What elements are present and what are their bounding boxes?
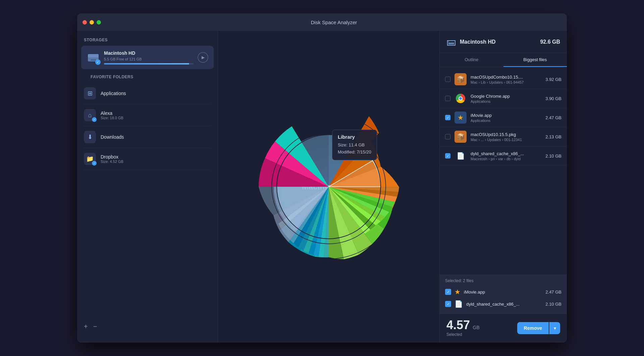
maximize-button[interactable] (97, 20, 101, 25)
favorites-section: Favorite Folders ⊞ Applications ⌂ ✓ (77, 75, 218, 170)
remove-dropdown-button[interactable]: ▾ (549, 322, 560, 334)
file-details-4: macOSUpd10.15.5.pkg Mac › ... › Updates … (471, 132, 541, 142)
remove-folder-button[interactable]: − (93, 323, 97, 330)
file-name-4: macOSUpd10.15.5.pkg (471, 132, 541, 137)
total-gb: 4.57 (446, 318, 470, 332)
alexa-name: Alexa (101, 110, 211, 116)
sidebar-item-downloads[interactable]: ⬇ Downloads (84, 126, 211, 148)
alexa-check: ✓ (92, 117, 97, 122)
tab-biggest-files[interactable]: Biggest files (503, 53, 567, 67)
total-label: Selected (446, 332, 462, 337)
tab-outline[interactable]: Outline (440, 53, 503, 67)
storage-name: Macintosh HD (104, 50, 194, 56)
file-icon-pkg-1: 📦 (454, 73, 467, 85)
file-size-5: 2.10 GB (545, 153, 561, 159)
file-icon-star: ★ (454, 112, 467, 124)
right-panel-drive-name: Macintosh HD (460, 39, 496, 45)
file-checkbox-5[interactable] (445, 153, 450, 159)
bottom-bar: 4.57 GB Selected Remove ▾ (440, 313, 567, 343)
sel-name-2: dyld_shared_cache_x86_... (466, 302, 542, 307)
drive-icon: ✓ (87, 51, 100, 64)
file-name-1: macOSUpdCombo10.15.... (471, 75, 541, 80)
file-path-5: Macintosh › pri › var › db › dyld (471, 157, 541, 161)
sel-size-1: 2.47 GB (545, 290, 561, 295)
file-details-2: Google Chrome.app Applications (471, 94, 541, 103)
close-button[interactable] (83, 20, 87, 25)
remove-button[interactable]: Remove (517, 322, 549, 334)
file-size-3: 2.47 GB (545, 115, 561, 120)
file-details-1: macOSUpdCombo10.15.... Mac › Lib › Updat… (471, 75, 541, 84)
file-path-1: Mac › Lib › Updates › 061-94457 (471, 80, 541, 84)
file-item-dyld[interactable]: 📄 dyld_shared_cache_x86_... Macintosh › … (440, 146, 567, 166)
title-bar: Disk Space Analyzer (77, 13, 567, 31)
file-path-3: Applications (471, 119, 541, 123)
file-checkbox-1[interactable] (445, 77, 450, 82)
file-details-3: iMovie.app Applications (471, 113, 541, 123)
alexa-info: Alexa Size: 18.0 GB (101, 110, 211, 120)
tooltip-modified: Modified: 7/15/20 (338, 149, 371, 156)
tooltip: Library Size: 11.4 GB Modified: 7/15/20 (332, 130, 377, 160)
right-panel-header: 🖴 Macintosh HD 92.6 GB (440, 31, 567, 53)
downloads-info: Downloads (101, 134, 211, 140)
chart-container: Macintosh HD (231, 89, 426, 284)
storage-progress-fill (104, 63, 189, 64)
main-content: Storages ✓ Macintosh HD 5.5 GB Free of 1… (77, 31, 567, 343)
traffic-lights (83, 20, 101, 25)
selected-item-dyld[interactable]: ✓ 📄 dyld_shared_cache_x86_... 2.10 GB (445, 298, 561, 310)
sunburst-chart[interactable]: Macintosh HD (231, 89, 426, 284)
file-checkbox-3[interactable] (445, 115, 450, 120)
tooltip-size: Size: 11.4 GB (338, 142, 371, 149)
file-checkbox-4[interactable] (445, 134, 450, 139)
dropbox-info: Dropbox Size: 4.52 GB (101, 154, 211, 164)
file-size-4: 2.13 GB (545, 134, 561, 139)
sel-icon-star: ★ (454, 288, 461, 296)
scan-button[interactable]: ▶ (198, 52, 208, 63)
total-unit: GB (473, 325, 480, 330)
add-folder-button[interactable]: + (84, 323, 88, 330)
tooltip-title: Library (338, 134, 371, 140)
file-name-5: dyld_shared_cache_x86_... (471, 151, 541, 156)
selected-item-imovie[interactable]: ✓ ★ iMovie.app 2.47 GB (445, 286, 561, 298)
file-checkbox-2[interactable] (445, 96, 450, 101)
right-panel-drive-icon: 🖴 (446, 36, 456, 47)
file-icon-doc: 📄 (454, 150, 467, 162)
file-item-imovie[interactable]: ★ iMovie.app Applications 2.47 GB (440, 108, 567, 127)
sel-checkbox-1[interactable]: ✓ (445, 289, 451, 295)
right-panel-info: Macintosh HD (460, 39, 536, 45)
storages-label: Storages (77, 38, 218, 42)
storage-free: 5.5 GB Free of 121 GB (104, 57, 194, 61)
sidebar-item-alexa[interactable]: ⌂ ✓ Alexa Size: 18.0 GB (84, 104, 211, 126)
alexa-icon: ⌂ ✓ (84, 109, 96, 121)
sel-checkbox-2[interactable]: ✓ (445, 301, 451, 307)
sidebar-item-dropbox[interactable]: 📁 ✓ Dropbox Size: 4.52 GB (84, 148, 211, 170)
app-window: Disk Space Analyzer Storages ✓ Macintosh… (77, 13, 567, 343)
applications-info: Applications (101, 91, 211, 96)
right-panel-drive-size: 92.6 GB (540, 39, 560, 45)
dropbox-size: Size: 4.52 GB (101, 160, 211, 164)
chart-area: Macintosh HD (218, 31, 439, 343)
file-icon-pkg-2: 📦 (454, 131, 467, 143)
downloads-name: Downloads (101, 134, 211, 140)
total-selected: 4.57 GB Selected (446, 319, 517, 337)
right-panel: 🖴 Macintosh HD 92.6 GB Outline Biggest f… (439, 31, 567, 343)
sidebar-bottom: + − (77, 317, 218, 336)
storage-info: Macintosh HD 5.5 GB Free of 121 GB (104, 50, 194, 64)
file-name-2: Google Chrome.app (471, 94, 541, 99)
sidebar: Storages ✓ Macintosh HD 5.5 GB Free of 1… (77, 31, 218, 343)
alexa-size: Size: 18.0 GB (101, 116, 211, 120)
sidebar-item-applications[interactable]: ⊞ Applications (84, 83, 211, 104)
file-name-3: iMovie.app (471, 113, 541, 118)
svg-rect-2 (91, 59, 96, 60)
dropbox-name: Dropbox (101, 154, 211, 160)
sel-size-2: 2.10 GB (545, 302, 561, 307)
file-item-macos-upd[interactable]: 📦 macOSUpd10.15.5.pkg Mac › ... › Update… (440, 127, 567, 146)
minimize-button[interactable] (90, 20, 94, 25)
file-item-chrome[interactable]: Google Chrome.app Applications 3.90 GB (440, 89, 567, 108)
storage-item-macintosh[interactable]: ✓ Macintosh HD 5.5 GB Free of 121 GB ▶ (81, 46, 214, 69)
selected-label: Selected: 2 files (445, 278, 561, 283)
remove-btn-group: Remove ▾ (517, 322, 560, 334)
files-list: 📦 macOSUpdCombo10.15.... Mac › Lib › Upd… (440, 67, 567, 275)
sel-name-1: iMovie.app (464, 290, 542, 295)
favorites-label: Favorite Folders (84, 75, 211, 79)
file-item-macos-combo[interactable]: 📦 macOSUpdCombo10.15.... Mac › Lib › Upd… (440, 70, 567, 89)
